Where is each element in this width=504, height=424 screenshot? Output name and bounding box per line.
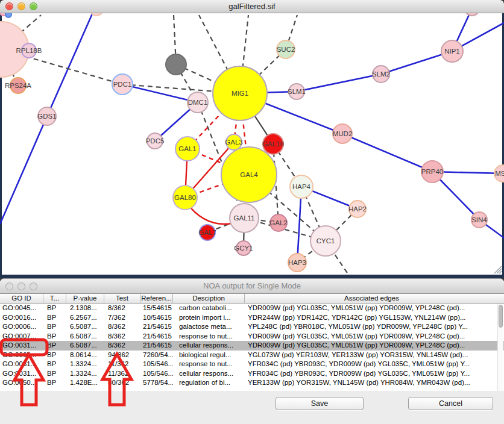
save-button[interactable]: Save — [276, 397, 364, 410]
table-row[interactable]: GO:0031...BP1.3324...11/362105/546...res… — [0, 360, 504, 369]
table-cell: 10/54615 — [140, 313, 173, 323]
column-header-1[interactable]: T... — [43, 294, 66, 303]
table-cell: 21/54615 — [140, 322, 173, 332]
window-title: NOA output for Single Mode — [0, 279, 504, 293]
table-cell: 8/362 — [104, 332, 140, 341]
table-cell: YFR034C (pd) YBR093C, YDR009W (pd) YGL03… — [245, 360, 499, 369]
table-cell: GO:0031... — [0, 341, 43, 351]
zoom-button[interactable] — [30, 2, 37, 10]
table-cell: YDR009W (pd) YGL035C, YML051W (pp) YDR00… — [245, 341, 499, 351]
edge[interactable] — [342, 134, 432, 172]
table-cell: cellular respons... — [173, 341, 245, 351]
table-cell: 2.1308... — [66, 304, 104, 313]
noa-output-window: NOA output for Single Mode GO IDT...P-va… — [0, 278, 504, 424]
table-cell: 6.2567... — [66, 313, 104, 323]
table-cell: 5778/54... — [140, 378, 173, 388]
resize-grip[interactable] — [497, 269, 502, 273]
network-window-titlebar[interactable]: galFiltered.sif — [0, 0, 504, 13]
table-cell: 1.428E... — [66, 378, 104, 388]
scrollbar-thumb[interactable] — [499, 305, 503, 328]
column-header-0[interactable]: GO ID — [0, 294, 43, 303]
edge[interactable] — [297, 74, 381, 92]
table-cell: 11/362 — [104, 360, 140, 369]
table-row[interactable]: GO:0045...BP2.1308...8/36215/54615carbon… — [0, 304, 504, 313]
node-label-GAL7: GAL7 — [198, 229, 216, 236]
table-cell: 8/362 — [104, 304, 140, 313]
network-canvas[interactable]: RPL18BRPS24AGDS1PDC1DMC1MIG1SUC2SLM1SLM2… — [0, 13, 504, 275]
noa-window-titlebar[interactable]: NOA output for Single Mode — [0, 279, 504, 294]
close-button[interactable] — [5, 2, 13, 10]
node-label-SLM1: SLM1 — [288, 88, 306, 95]
node-corner-blue[interactable] — [5, 13, 11, 17]
node-label-SIN4: SIN4 — [471, 216, 487, 223]
close-button-inactive[interactable] — [5, 282, 13, 290]
table-cell: YDR009W (pd) YGL035C, YML051W (pp) YDR00… — [245, 304, 499, 313]
table-cell: BP — [43, 313, 66, 323]
table-cell: GO:0050... — [0, 378, 43, 388]
table-row[interactable]: GO:0050...BP1.428E...80/3625778/54...reg… — [0, 378, 504, 388]
column-header-5[interactable]: Desciption — [173, 294, 245, 303]
node-label-HAP2: HAP2 — [348, 205, 367, 213]
node-label-GCY1: GCY1 — [234, 245, 253, 252]
zoom-button-inactive[interactable] — [30, 282, 37, 290]
table-row[interactable]: GO:0007...BP6.5087...8/36221/54615respon… — [0, 332, 504, 341]
table-cell: 21/54615 — [140, 341, 173, 351]
table-row[interactable]: GO:0006...BP6.5087...8/36221/54615galact… — [0, 322, 504, 332]
table-cell: BP — [43, 360, 66, 369]
column-header-2[interactable]: P-value — [66, 294, 104, 303]
table-cell: 1.3324... — [66, 360, 104, 369]
table-cell: BP — [43, 369, 66, 379]
table-row[interactable]: GO:0031...BP6.5087...8/36221/54615cellul… — [0, 341, 504, 351]
minimize-button-inactive[interactable] — [17, 282, 25, 290]
node-gray-node[interactable] — [166, 54, 186, 75]
table-header: GO IDT...P-valueTestReferen...Desciption… — [0, 294, 504, 304]
table-row[interactable]: GO:0065...BP8.0614...94/3627260/54...bio… — [0, 351, 504, 360]
edge[interactable] — [0, 116, 47, 224]
table-cell: GO:0065... — [0, 351, 43, 360]
minimize-button[interactable] — [17, 2, 25, 10]
node-label-MIG1: MIG1 — [232, 90, 248, 97]
network-graph[interactable]: RPL18BRPS24AGDS1PDC1DMC1MIG1SUC2SLM1SLM2… — [0, 13, 504, 275]
table-cell: 105/546... — [140, 360, 173, 369]
column-header-3[interactable]: Test — [104, 294, 140, 303]
node-label-HAP4: HAP4 — [292, 183, 311, 190]
node-label-RPS24A: RPS24A — [5, 82, 31, 89]
table-cell: GO:0006... — [0, 322, 43, 332]
table-row[interactable]: GO:0016...BP6.2567...7/36210/54615protei… — [0, 313, 504, 323]
table-cell: 6.5087... — [66, 341, 104, 351]
table-cell: 7260/54... — [140, 351, 173, 360]
node-label-MSN: MSN — [495, 170, 504, 177]
table-cell: 15/54615 — [140, 304, 173, 313]
node-topright-cut[interactable] — [465, 13, 479, 16]
table-cell: 1.3324... — [66, 369, 104, 379]
network-window: galFiltered.sif RPL18BRPS24AGDS1PDC1DMC1… — [0, 0, 504, 278]
node-label-GAL80: GAL80 — [174, 194, 196, 201]
table-cell: YDR244W (pp) YDR142C, YDR142C (pp) YGL15… — [245, 313, 499, 323]
table-cell: YDR009W (pd) YGL035C, YML051W (pp) YDR00… — [245, 332, 499, 341]
column-header-4[interactable]: Referen... — [140, 294, 173, 303]
table-cell: BP — [43, 332, 66, 341]
table-cell: 94/362 — [104, 351, 140, 360]
table-cell: YFR034C (pd) YBR093C, YDR009W (pd) YGL03… — [245, 369, 499, 379]
node-label-DMC1: DMC1 — [188, 99, 208, 106]
node-label-GAL10: GAL10 — [262, 140, 284, 148]
node-label-PDC1: PDC1 — [113, 81, 132, 88]
table-cell: GO:0031... — [0, 369, 43, 379]
table-cell: GO:0016... — [0, 313, 43, 323]
table-cell: galactose meta... — [173, 322, 245, 332]
node-label-MUD2: MUD2 — [333, 130, 353, 137]
resize-grip[interactable] — [499, 271, 502, 273]
node-label-HAP3: HAP3 — [288, 259, 306, 266]
table-row[interactable]: GO:0031...BP1.3324...11/362105/546...cel… — [0, 369, 504, 379]
node-label-CYC1: CYC1 — [317, 237, 335, 245]
table-cell: biological regul... — [173, 351, 245, 360]
column-header-6[interactable]: Associated edges — [245, 294, 499, 303]
cancel-button[interactable]: Cancel — [408, 397, 493, 410]
scrollbar-track[interactable] — [497, 304, 503, 391]
table-cell: cellular respons... — [173, 369, 245, 379]
table-cell: response to nut... — [173, 332, 245, 341]
node-label-GAL3: GAL3 — [225, 139, 242, 146]
node-label-GAL1: GAL1 — [178, 145, 196, 152]
node-label-GAL4: GAL4 — [240, 171, 258, 178]
node-label-GAL2: GAL2 — [269, 219, 287, 226]
